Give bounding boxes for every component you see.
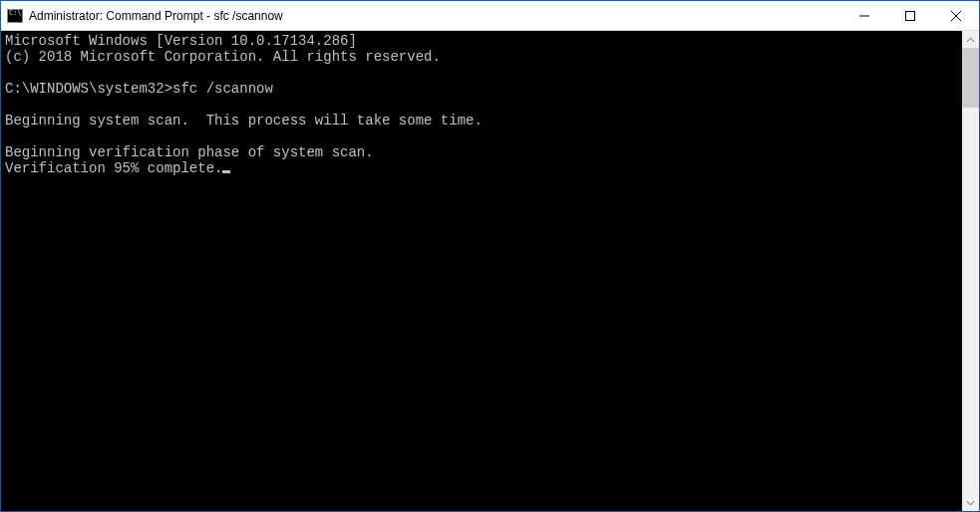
scroll-up-button[interactable]: [962, 31, 979, 48]
maximize-button[interactable]: [887, 1, 933, 30]
vertical-scrollbar[interactable]: [962, 31, 979, 511]
terminal-line: Beginning system scan. This process will…: [5, 113, 958, 128]
terminal-line: Verification 95% complete.: [5, 160, 958, 176]
close-button[interactable]: [933, 1, 979, 30]
terminal-line: C:\WINDOWS\system32>sfc /scannow: [5, 81, 958, 97]
terminal-line: [5, 128, 958, 144]
text-cursor: [222, 170, 230, 173]
terminal-line: Beginning verification phase of system s…: [5, 144, 958, 160]
terminal-line: [5, 65, 958, 81]
terminal-line: [5, 97, 958, 113]
command-prompt-icon: [7, 9, 23, 23]
minimize-button[interactable]: [841, 1, 887, 30]
titlebar[interactable]: Administrator: Command Prompt - sfc /sca…: [1, 1, 979, 31]
title-left: Administrator: Command Prompt - sfc /sca…: [1, 9, 283, 23]
terminal-line: Microsoft Windows [Version 10.0.17134.28…: [5, 33, 958, 49]
scroll-down-button[interactable]: [962, 494, 979, 511]
terminal-output[interactable]: Microsoft Windows [Version 10.0.17134.28…: [1, 31, 962, 511]
scroll-thumb[interactable]: [962, 48, 979, 108]
terminal-line: (c) 2018 Microsoft Corporation. All righ…: [5, 49, 958, 65]
client-area: Microsoft Windows [Version 10.0.17134.28…: [1, 31, 979, 511]
window-controls: [841, 1, 979, 30]
window-title: Administrator: Command Prompt - sfc /sca…: [29, 9, 283, 23]
svg-rect-1: [906, 11, 915, 20]
scroll-track[interactable]: [962, 48, 979, 494]
command-prompt-window: Administrator: Command Prompt - sfc /sca…: [0, 0, 980, 512]
